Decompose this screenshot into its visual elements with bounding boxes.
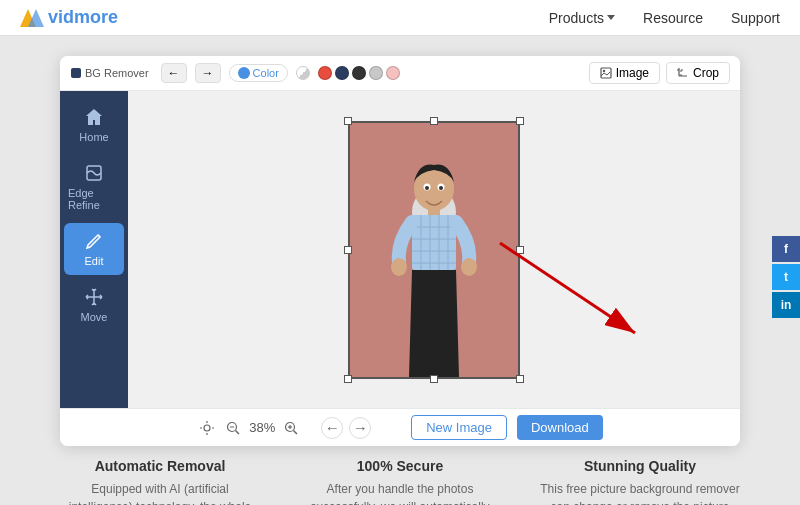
- color-circle-icon: [238, 67, 250, 79]
- color-swatches: [318, 66, 400, 80]
- edit-icon: [84, 231, 104, 251]
- svg-line-32: [236, 430, 240, 434]
- crop-tab-label: Crop: [693, 66, 719, 80]
- feature-secure: 100% Secure After you handle the photos …: [300, 458, 500, 505]
- prev-button[interactable]: ←: [321, 417, 343, 439]
- products-link[interactable]: Products: [549, 10, 615, 26]
- app-window: BG Remover ← → Color: [60, 56, 740, 446]
- sidebar-item-edit[interactable]: Edit: [64, 223, 124, 275]
- linkedin-button[interactable]: in: [772, 292, 800, 318]
- zoom-percent: 38%: [249, 420, 275, 435]
- navbar-links: Products Resource Support: [549, 10, 780, 26]
- handle-top-left[interactable]: [344, 117, 352, 125]
- redo-button[interactable]: →: [195, 63, 221, 83]
- svg-line-29: [500, 243, 635, 333]
- person-figure: [369, 137, 499, 377]
- svg-point-4: [602, 70, 604, 72]
- logo-text: vidmore: [48, 7, 118, 28]
- bottom-bar: 38% ← → New Image Downl: [60, 408, 740, 446]
- svg-point-22: [391, 258, 407, 276]
- sidebar-item-edge-refine[interactable]: Edge Refine: [64, 155, 124, 219]
- svg-rect-2: [71, 68, 81, 78]
- image-tab-icon: [600, 67, 612, 79]
- sidebar-edge-refine-label: Edge Refine: [68, 187, 120, 211]
- twitter-button[interactable]: t: [772, 264, 800, 290]
- toolbar-right: Image Crop: [589, 62, 730, 84]
- products-label: Products: [549, 10, 604, 26]
- sidebar-item-move[interactable]: Move: [64, 279, 124, 331]
- handle-bottom-left[interactable]: [344, 375, 352, 383]
- svg-point-23: [461, 258, 477, 276]
- zoom-out-icon: [226, 421, 240, 435]
- sidebar-item-home[interactable]: Home: [64, 99, 124, 151]
- zoom-in-icon: [284, 421, 298, 435]
- support-link[interactable]: Support: [731, 10, 780, 26]
- sidebar-edit-label: Edit: [85, 255, 104, 267]
- feature-automatic-desc: Equipped with AI (artificial intelligenc…: [60, 480, 260, 505]
- zoom-in-button[interactable]: [281, 418, 301, 438]
- pan-icon: [199, 420, 215, 436]
- app-body: Home Edge Refine Edit: [60, 91, 740, 408]
- chevron-down-icon: [607, 15, 615, 20]
- image-tab-button[interactable]: Image: [589, 62, 660, 84]
- sidebar-home-label: Home: [79, 131, 108, 143]
- logo-icon: [20, 9, 44, 27]
- swatch-dark[interactable]: [335, 66, 349, 80]
- nav-controls: ← →: [321, 417, 371, 439]
- svg-line-36: [294, 430, 298, 434]
- bg-remover-tab: BG Remover: [70, 67, 149, 79]
- color-mode-label: Color: [253, 67, 279, 79]
- svg-point-27: [439, 186, 443, 190]
- navbar: vidmore Products Resource Support: [0, 0, 800, 36]
- undo-button[interactable]: ←: [161, 63, 187, 83]
- home-icon: [84, 107, 104, 127]
- facebook-button[interactable]: f: [772, 236, 800, 262]
- svg-rect-12: [428, 205, 440, 215]
- feature-secure-title: 100% Secure: [300, 458, 500, 474]
- main-content: BG Remover ← → Color: [0, 36, 800, 446]
- move-icon: [84, 287, 104, 307]
- toolbar: BG Remover ← → Color: [60, 56, 740, 91]
- edge-refine-icon: [84, 163, 104, 183]
- swatch-black[interactable]: [352, 66, 366, 80]
- feature-secure-desc: After you handle the photos successfully…: [300, 480, 500, 505]
- handle-top-right[interactable]: [516, 117, 524, 125]
- sidebar: Home Edge Refine Edit: [60, 91, 128, 408]
- transparent-swatch[interactable]: [296, 66, 310, 80]
- feature-quality: Stunning Quality This free picture backg…: [540, 458, 740, 505]
- next-button[interactable]: →: [349, 417, 371, 439]
- handle-mid-left[interactable]: [344, 246, 352, 254]
- image-box: [348, 121, 520, 379]
- zoom-controls: 38%: [197, 418, 301, 438]
- pan-button[interactable]: [197, 418, 217, 438]
- handle-bottom-mid[interactable]: [430, 375, 438, 383]
- image-tab-label: Image: [616, 66, 649, 80]
- download-button[interactable]: Download: [517, 415, 603, 440]
- feature-automatic: Automatic Removal Equipped with AI (arti…: [60, 458, 260, 505]
- handle-bottom-right[interactable]: [516, 375, 524, 383]
- new-image-button[interactable]: New Image: [411, 415, 507, 440]
- crop-tab-button[interactable]: Crop: [666, 62, 730, 84]
- svg-point-26: [425, 186, 429, 190]
- bg-remover-icon: [70, 67, 82, 79]
- feature-quality-desc: This free picture background remover can…: [540, 480, 740, 505]
- bg-remover-label: BG Remover: [85, 67, 149, 79]
- canvas-area[interactable]: [128, 91, 740, 408]
- color-mode-button[interactable]: Color: [229, 64, 288, 82]
- swatch-gray[interactable]: [369, 66, 383, 80]
- handle-top-mid[interactable]: [430, 117, 438, 125]
- features-row: Automatic Removal Equipped with AI (arti…: [0, 446, 800, 505]
- swatch-pink[interactable]: [386, 66, 400, 80]
- sidebar-move-label: Move: [81, 311, 108, 323]
- swatch-red[interactable]: [318, 66, 332, 80]
- bottom-actions: New Image Download: [411, 415, 603, 440]
- logo: vidmore: [20, 7, 118, 28]
- image-container: [348, 121, 520, 379]
- zoom-out-button[interactable]: [223, 418, 243, 438]
- feature-quality-title: Stunning Quality: [540, 458, 740, 474]
- resource-link[interactable]: Resource: [643, 10, 703, 26]
- crop-tab-icon: [677, 67, 689, 79]
- social-sidebar: f t in: [772, 236, 800, 318]
- feature-automatic-title: Automatic Removal: [60, 458, 260, 474]
- handle-mid-right[interactable]: [516, 246, 524, 254]
